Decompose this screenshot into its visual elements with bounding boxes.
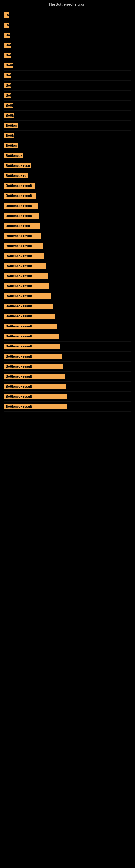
list-item: Bott xyxy=(4,51,131,61)
bottleneck-label: Bottleneck re xyxy=(4,173,28,179)
bottleneck-label: Bottleneck result xyxy=(4,354,62,359)
bottleneck-label: Bott xyxy=(4,53,11,58)
list-item: Bott xyxy=(4,70,131,81)
list-item: Bottleneck result xyxy=(4,301,131,311)
bottleneck-label: Bott xyxy=(4,42,11,48)
list-item: Bottleneck result xyxy=(4,311,131,321)
bottleneck-label: Bottle xyxy=(4,133,14,138)
list-item: Bottleneck result xyxy=(4,351,131,362)
bottleneck-label: Bottle xyxy=(4,113,14,118)
list-item: Bottleneck result xyxy=(4,181,131,191)
list-item: Bottleneck xyxy=(4,151,131,161)
list-item: Bottl xyxy=(4,101,131,111)
bottleneck-label: Bottleneck result xyxy=(4,334,58,339)
bottleneck-label: Bottleneck result xyxy=(4,304,53,309)
bottleneck-label: Bottlen xyxy=(4,123,17,128)
bottleneck-label: Bottleneck result xyxy=(4,193,37,198)
list-item: Bo xyxy=(4,20,131,30)
bottleneck-label: Bott xyxy=(4,83,11,88)
list-item: Bottleneck resu xyxy=(4,221,131,231)
bottleneck-label: Bo xyxy=(4,23,9,28)
list-item: Bottle xyxy=(4,111,131,121)
bottleneck-label: Bottleneck result xyxy=(4,233,41,239)
list-item: Bottleneck result xyxy=(4,231,131,241)
bottleneck-label: Bottleneck xyxy=(4,153,24,158)
bottleneck-label: Bottleneck result xyxy=(4,384,65,389)
list-item: Bottleneck result xyxy=(4,341,131,351)
list-item: Bott xyxy=(4,40,131,51)
bottleneck-label: Bottleneck result xyxy=(4,253,44,259)
items-container: BoBoBotBottBottBottlBottBottBottBottlBot… xyxy=(0,8,135,414)
list-item: Bott xyxy=(4,81,131,91)
list-item: Bottlen xyxy=(4,141,131,151)
list-item: Bottleneck result xyxy=(4,201,131,211)
bottleneck-label: Bo xyxy=(4,12,9,18)
bottleneck-label: Bottleneck resu xyxy=(4,223,40,229)
bottleneck-label: Bot xyxy=(4,33,10,38)
list-item: Bottle xyxy=(4,131,131,141)
bottleneck-label: Bottleneck result xyxy=(4,374,65,379)
list-item: Bottleneck result xyxy=(4,321,131,332)
list-item: Bottleneck result xyxy=(4,241,131,251)
bottleneck-label: Bottleneck result xyxy=(4,273,48,279)
bottleneck-label: Bott xyxy=(4,73,11,78)
bottleneck-label: Bottleneck result xyxy=(4,293,51,299)
list-item: Bottleneck result xyxy=(4,211,131,221)
site-title: TheBottlenecker.com xyxy=(0,0,135,8)
list-item: Bottleneck re xyxy=(4,171,131,181)
bottleneck-label: Bottl xyxy=(4,103,13,108)
bottleneck-label: Bottlen xyxy=(4,143,17,148)
list-item: Bottleneck result xyxy=(4,261,131,271)
bottleneck-label: Bottleneck result xyxy=(4,243,43,249)
list-item: Bottleneck result xyxy=(4,191,131,201)
list-item: Bottl xyxy=(4,61,131,70)
bottleneck-label: Bottleneck result xyxy=(4,283,49,289)
list-item: Bottleneck resu xyxy=(4,161,131,171)
list-item: Bottlen xyxy=(4,121,131,131)
list-item: Bottleneck result xyxy=(4,382,131,392)
bottleneck-label: Bottleneck result xyxy=(4,213,39,219)
list-item: Bottleneck result xyxy=(4,392,131,402)
bottleneck-label: Bottleneck result xyxy=(4,264,46,269)
list-item: Bottleneck result xyxy=(4,291,131,301)
bottleneck-label: Bottleneck result xyxy=(4,203,38,209)
bottleneck-label: Bottl xyxy=(4,63,13,68)
list-item: Bottleneck result xyxy=(4,332,131,341)
bottleneck-label: Bott xyxy=(4,93,11,98)
list-item: Bottleneck result xyxy=(4,372,131,382)
bottleneck-label: Bottleneck result xyxy=(4,404,68,409)
bottleneck-label: Bottleneck result xyxy=(4,344,60,349)
bottleneck-label: Bottleneck result xyxy=(4,323,57,329)
list-item: Bottleneck result xyxy=(4,362,131,372)
bottleneck-label: Bottleneck result xyxy=(4,394,67,399)
bottleneck-label: Bottleneck result xyxy=(4,314,55,319)
list-item: Bott xyxy=(4,91,131,101)
bottleneck-label: Bottleneck result xyxy=(4,183,35,188)
list-item: Bo xyxy=(4,10,131,20)
bottleneck-label: Bottleneck resu xyxy=(4,163,31,168)
list-item: Bottleneck result xyxy=(4,251,131,261)
bottleneck-label: Bottleneck result xyxy=(4,364,63,369)
list-item: Bottleneck result xyxy=(4,271,131,281)
list-item: Bottleneck result xyxy=(4,402,131,412)
list-item: Bot xyxy=(4,30,131,40)
list-item: Bottleneck result xyxy=(4,281,131,291)
